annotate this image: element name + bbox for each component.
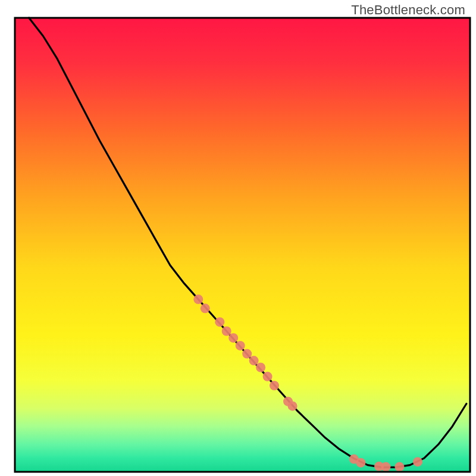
data-point xyxy=(394,462,404,472)
data-point xyxy=(356,458,365,468)
data-point xyxy=(249,356,259,365)
data-point xyxy=(193,295,203,304)
data-point xyxy=(242,349,252,359)
data-point xyxy=(263,372,273,381)
data-point xyxy=(201,303,210,313)
plot-background xyxy=(15,18,470,472)
data-point xyxy=(236,341,245,350)
data-point xyxy=(288,401,298,411)
data-point xyxy=(270,381,279,390)
data-point xyxy=(222,327,231,336)
data-point xyxy=(228,333,238,343)
data-point xyxy=(215,317,224,327)
chart-svg xyxy=(0,0,476,476)
data-point xyxy=(256,363,265,372)
data-point xyxy=(413,457,422,466)
chart-container: TheBottleneck.com xyxy=(0,0,476,476)
data-point xyxy=(381,462,391,472)
